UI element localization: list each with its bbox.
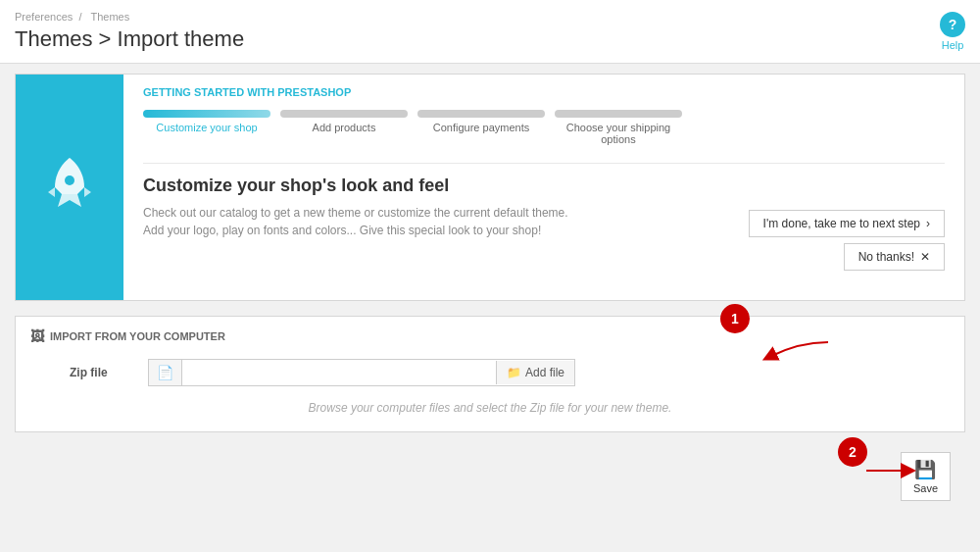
- step-label-4: Choose your shipping options: [555, 122, 682, 145]
- import-section-label: IMPORT FROM YOUR COMPUTER: [50, 330, 225, 342]
- save-area-wrapper: 2 💾 Save: [15, 447, 965, 506]
- add-file-label: Add file: [525, 366, 564, 379]
- step-2: Add products: [280, 110, 408, 133]
- breadcrumb-preferences[interactable]: Preferences: [15, 11, 73, 23]
- close-icon: ✕: [920, 250, 930, 264]
- breadcrumb-themes: Themes: [91, 11, 130, 23]
- breadcrumb-separator: /: [78, 11, 81, 23]
- getting-started-banner: GETTING STARTED WITH PRESTASHOP Customiz…: [15, 74, 965, 301]
- no-thanks-button[interactable]: No thanks! ✕: [844, 243, 945, 271]
- no-thanks-label: No thanks!: [858, 250, 914, 264]
- getting-started-label: GETTING STARTED WITH PRESTASHOP: [143, 86, 945, 98]
- breadcrumb: Preferences / Themes: [15, 11, 244, 23]
- step-4: Choose your shipping options: [555, 110, 682, 145]
- steps-bar: Customize your shop Add products Configu…: [143, 110, 945, 145]
- save-area: 💾 Save: [15, 447, 965, 506]
- main-content: GETTING STARTED WITH PRESTASHOP Customiz…: [0, 64, 980, 516]
- import-computer-icon: 🖼: [30, 328, 44, 344]
- help-icon: ?: [940, 12, 965, 37]
- svg-point-0: [65, 176, 74, 185]
- customize-desc: Check out our catalog to get a new theme…: [143, 204, 613, 239]
- step-bar-4: [555, 110, 682, 118]
- arrow-annotation-2: [861, 459, 920, 483]
- step-bar-3: [417, 110, 545, 118]
- step-label-2: Add products: [313, 122, 376, 133]
- help-button[interactable]: ? Help: [940, 12, 965, 51]
- banner-actions: I'm done, take me to next step › No than…: [749, 210, 945, 271]
- file-path-input[interactable]: [182, 361, 496, 384]
- banner-divider: [143, 163, 945, 164]
- rocket-icon: [40, 153, 99, 222]
- import-section-wrapper: 1 🖼 IMPORT FROM YOUR COMPUTER Zip file 📄: [15, 316, 965, 432]
- file-input-group: 📄 📁 Add file: [148, 359, 575, 386]
- banner-left-accent: [16, 75, 123, 300]
- folder-icon: 📁: [507, 366, 521, 379]
- step-bar-1: [143, 110, 270, 118]
- step-label-1: Customize your shop: [156, 122, 257, 133]
- file-icon-button[interactable]: 📄: [149, 360, 182, 385]
- browse-hint: Browse your computer files and select th…: [30, 396, 950, 420]
- step-label-3: Configure payments: [433, 122, 529, 133]
- import-section: 🖼 IMPORT FROM YOUR COMPUTER Zip file 📄 📁…: [15, 316, 965, 432]
- step-3: Configure payments: [417, 110, 545, 133]
- banner-right: GETTING STARTED WITH PRESTASHOP Customiz…: [123, 75, 964, 300]
- save-label: Save: [913, 482, 938, 494]
- next-step-label: I'm done, take me to next step: [763, 217, 920, 230]
- top-bar-left: Preferences / Themes Themes > Import the…: [15, 11, 244, 52]
- chevron-right-icon: ›: [926, 217, 930, 230]
- customize-title: Customize your shop's look and feel: [143, 176, 945, 196]
- help-label: Help: [942, 39, 964, 51]
- step-1: Customize your shop: [143, 110, 270, 133]
- page-title: Themes > Import theme: [15, 26, 244, 52]
- arrow-annotation-1: [760, 337, 838, 367]
- file-doc-icon: 📄: [157, 365, 173, 380]
- add-file-button[interactable]: 📁 Add file: [496, 361, 574, 384]
- next-step-button[interactable]: I'm done, take me to next step ›: [749, 210, 945, 237]
- zip-file-label: Zip file: [70, 366, 148, 379]
- top-bar: Preferences / Themes Themes > Import the…: [0, 0, 980, 64]
- annotation-circle-1: 1: [720, 304, 750, 333]
- step-bar-2: [280, 110, 408, 118]
